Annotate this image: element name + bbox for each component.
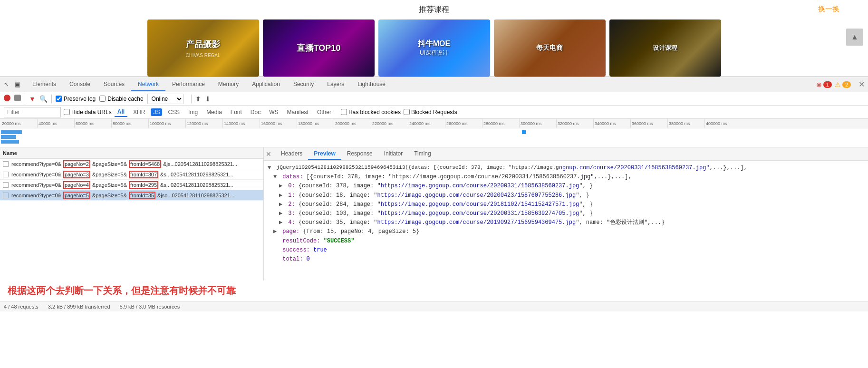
course-img-3[interactable]: 抖牛MOE UI课程设计 [378,19,490,77]
timeline-bar-3 [1,140,19,144]
blocked-cookies-label[interactable]: Has blocked cookies [341,109,401,116]
item3-expand-icon[interactable]: ▶ [279,209,285,218]
tick-17: 360000 ms [630,119,667,128]
filter-manifest-button[interactable]: Manifest [284,108,311,116]
filter-doc-button[interactable]: Doc [248,108,263,116]
device-icon[interactable]: ▣ [13,80,22,89]
timeline-marker [522,130,526,134]
devtools-tabs: Elements Console Sources Network Perform… [26,78,816,91]
tab-response[interactable]: Response [341,148,378,160]
panel-close-button[interactable]: ✕ [266,150,271,158]
clear-button[interactable] [14,95,21,103]
item1-expand-icon[interactable]: ▶ [279,191,285,200]
item0-expand-icon[interactable]: ▶ [279,182,285,191]
toolbar-divider-1 [25,95,25,103]
tab-performance[interactable]: Performance [165,78,212,91]
search-icon[interactable]: 🔍 [39,95,48,103]
tick-19: 400000 ms [704,119,742,128]
filter-js-button[interactable]: JS [151,108,162,116]
download-icon[interactable]: ⬇ [205,95,211,103]
tab-lighthouse[interactable]: Lighthouse [351,78,392,91]
devtools-icons: ↖ ▣ [2,80,22,89]
filter-bar: Hide data URLs All XHR JS CSS Img Media … [0,106,868,119]
devtools-close-button[interactable]: ✕ [857,80,866,89]
disable-cache-checkbox[interactable] [99,96,106,102]
name-column-header: Name [0,147,263,158]
filter-other-button[interactable]: Other [314,108,334,116]
tick-8: 180000 ms [297,119,334,128]
filter-media-button[interactable]: Media [203,108,225,116]
filter-xhr-button[interactable]: XHR [130,108,148,116]
page-area: 推荐课程 换一换 产品摄影 CHIVAS REGAL 直播TOP10 抖牛MOE… [0,0,868,77]
annotation-text: 根据这两个去判断一下关系，但是注意有时候并不可靠 [0,281,868,301]
filter-ws-button[interactable]: WS [266,108,281,116]
devtools-panel: ↖ ▣ Elements Console Sources Network Per… [0,77,868,311]
blocked-cookies-checkbox[interactable] [341,109,347,115]
item4-expand-icon[interactable]: ▶ [279,218,285,227]
cursor-icon[interactable]: ↖ [2,80,10,89]
blocked-requests-checkbox[interactable] [404,109,410,115]
blocked-requests-label[interactable]: Blocked Requests [404,109,457,116]
network-timeline[interactable]: 20000 ms 40000 ms 60000 ms 80000 ms 1000… [0,119,868,147]
toolbar-divider-3 [191,95,192,103]
requests-panel: Name recommend?type=0&pageNo=2&pageSize=… [0,147,264,281]
request-row-4[interactable]: recommend?type=0&pageNo=5&pageSize=5&fro… [0,190,263,201]
tab-memory[interactable]: Memory [212,78,245,91]
filter-css-button[interactable]: CSS [165,108,183,116]
tab-console[interactable]: Console [63,78,97,91]
disable-cache-label[interactable]: Disable cache [99,96,143,102]
tab-timing[interactable]: Timing [408,148,437,160]
tab-preview[interactable]: Preview [308,148,341,160]
panel-header: ✕ Headers Preview Response Initiator Tim… [264,147,868,161]
tab-network[interactable]: Network [131,78,165,91]
timeline-content [0,128,868,147]
course-img-4[interactable]: 每天电商 [494,19,606,77]
change-button[interactable]: 换一换 [818,5,839,14]
preserve-log-label[interactable]: Preserve log [56,96,96,102]
json-datas-line: ▼ datas: [{courseId: 378, image: "https:… [268,173,864,182]
course-img-1[interactable]: 产品摄影 CHIVAS REGAL [147,19,259,77]
filter-input[interactable] [4,107,61,117]
page-expand-icon[interactable]: ▶ [273,227,279,236]
course-img-5[interactable]: 设计课程 [609,19,721,77]
json-item3-line: ▶ 3: {courseId: 103, image: "https://ima… [268,209,864,218]
preserve-log-checkbox[interactable] [56,96,62,102]
tab-sources[interactable]: Sources [97,78,131,91]
filter-img-button[interactable]: Img [185,108,201,116]
tick-11: 240000 ms [408,119,445,128]
resources-size: 5.9 kB / 3.0 MB resources [120,304,180,310]
main-content: Name recommend?type=0&pageNo=2&pageSize=… [0,147,868,281]
tick-1: 40000 ms [37,119,74,128]
request-row-2[interactable]: recommend?type=0&pageNo=3&pageSize=5&fro… [0,169,263,180]
json-resultcode-line: resultCode: "SUCCESS" [268,237,864,246]
filter-icon[interactable]: ▼ [29,95,36,103]
tick-5: 120000 ms [185,119,222,128]
tab-application[interactable]: Application [245,78,287,91]
timeline-bar-1 [1,130,22,134]
upload-icon[interactable]: ⬆ [195,95,201,103]
tab-layers[interactable]: Layers [320,78,351,91]
tick-9: 200000 ms [334,119,371,128]
course-img-2[interactable]: 直播TOP10 [263,19,375,77]
warning-badge: 2 [842,81,851,88]
scroll-up-button[interactable]: ▲ [846,29,863,46]
filter-all-button[interactable]: All [115,107,127,117]
hide-data-urls-checkbox[interactable] [64,109,70,115]
tab-elements[interactable]: Elements [26,78,63,91]
tick-7: 160000 ms [260,119,297,128]
request-row-1[interactable]: recommend?type=0&pageNo=2&pageSize=5&fro… [0,159,263,169]
json-total-line: total: 0 [268,255,864,264]
tab-initiator[interactable]: Initiator [378,148,408,160]
datas-expand-icon[interactable]: ▼ [273,173,279,182]
request-icon-2 [3,172,9,177]
request-icon-1 [3,161,9,167]
request-row-3[interactable]: recommend?type=0&pageNo=4&pageSize=5&fro… [0,180,263,190]
network-throttle-select[interactable]: Online Fast 3G Slow 3G Offline [147,94,183,104]
filter-font-button[interactable]: Font [228,108,245,116]
tab-security[interactable]: Security [287,78,320,91]
tab-headers[interactable]: Headers [275,148,308,160]
item2-expand-icon[interactable]: ▶ [279,200,285,209]
record-button[interactable] [4,95,10,103]
hide-data-urls-label[interactable]: Hide data URLs [64,109,112,116]
root-expand-icon[interactable]: ▼ [268,164,273,173]
